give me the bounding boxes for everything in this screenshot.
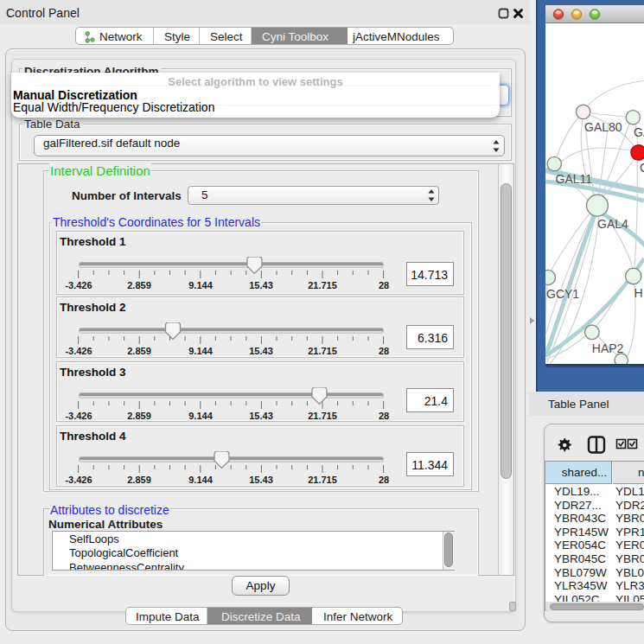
svg-text:GAL11: GAL11 [556,172,593,186]
svg-text:C: C [640,161,644,175]
svg-text:GAL4: GAL4 [597,217,628,231]
svg-text:GA: GA [634,125,644,139]
svg-text:GCY1: GCY1 [546,287,579,301]
svg-text:HAP2: HAP2 [592,341,624,355]
svg-text:GAL80: GAL80 [584,120,622,134]
svg-text:H: H [634,286,643,300]
